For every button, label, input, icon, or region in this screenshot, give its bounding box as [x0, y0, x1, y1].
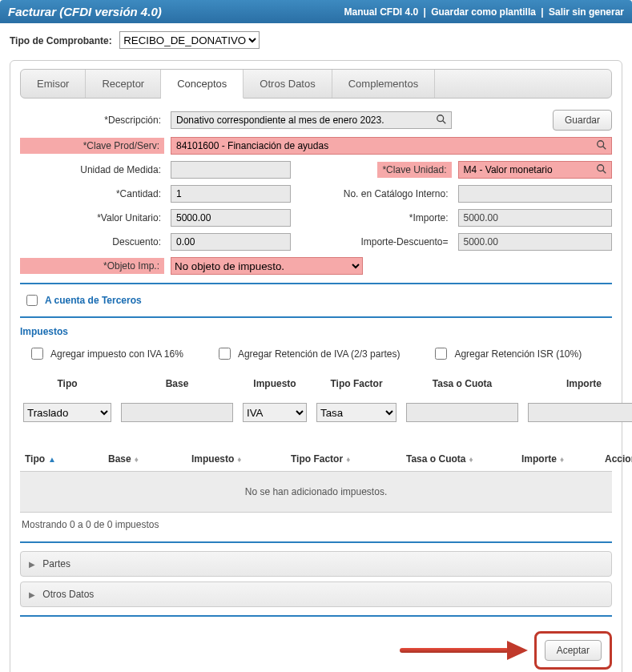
clave-prod-input[interactable]	[175, 138, 595, 154]
link-salir[interactable]: Salir sin generar	[549, 6, 624, 18]
svg-line-3	[603, 146, 606, 149]
tabs: Emisor Receptor Conceptos Otros Datos Co…	[20, 69, 612, 99]
link-guardar-plantilla[interactable]: Guardar como plantilla	[431, 6, 536, 18]
tax-impuesto-select[interactable]: IVA	[243, 403, 307, 422]
accordion-partes[interactable]: ▶ Partes	[20, 551, 612, 577]
svg-point-2	[598, 140, 604, 147]
divider	[20, 615, 612, 617]
concepto-form: *Descripción: Guardar *Clave Prod/Serv: …	[20, 110, 612, 275]
th-tasa-cuota: Tasa o Cuota	[406, 378, 518, 389]
chk-ret-iva-input[interactable]	[219, 348, 231, 360]
descuento-label: Descuento:	[20, 236, 164, 247]
unidad-medida-input[interactable]	[175, 162, 298, 178]
clave-unidad-field[interactable]	[458, 161, 613, 179]
no-catalogo-field[interactable]	[458, 185, 613, 203]
tipo-comprobante-row: Tipo de Comprobante: RECIBO_DE_DONATIVOS	[10, 31, 622, 49]
descripcion-field[interactable]	[171, 111, 452, 129]
divider	[20, 541, 612, 543]
tipo-comprobante-label: Tipo de Comprobante:	[10, 35, 112, 46]
clave-prod-field[interactable]	[171, 137, 612, 155]
clave-unidad-input[interactable]	[462, 162, 596, 178]
tax-tipo-factor-select[interactable]: Tasa	[316, 403, 397, 422]
unidad-medida-field[interactable]	[171, 161, 291, 179]
accordion-otros-datos[interactable]: ▶ Otros Datos	[20, 581, 612, 607]
cantidad-label: *Cantidad:	[20, 188, 164, 199]
cantidad-field[interactable]	[171, 185, 291, 203]
th-tipo: Tipo	[23, 378, 111, 389]
aceptar-button[interactable]: Aceptar	[545, 640, 602, 661]
chk-iva16[interactable]: Agregar impuesto con IVA 16%	[28, 345, 183, 362]
importe-input	[462, 210, 609, 226]
chk-ret-isr-input[interactable]	[435, 348, 447, 360]
valor-unitario-label: *Valor Unitario:	[20, 212, 164, 223]
cantidad-input[interactable]	[175, 186, 298, 202]
tipo-comprobante-select[interactable]: RECIBO_DE_DONATIVOS	[119, 31, 260, 49]
svg-point-4	[598, 164, 604, 171]
tax-input-row: Traslado IVA Tasa +	[23, 402, 609, 423]
svg-point-0	[437, 115, 443, 121]
unidad-medida-label: Unidad de Medida:	[20, 164, 164, 175]
search-icon[interactable]	[435, 114, 448, 127]
svg-line-1	[442, 120, 445, 123]
tab-complementos[interactable]: Complementos	[332, 70, 435, 98]
chk-ret-isr[interactable]: Agregar Retención ISR (10%)	[432, 345, 582, 362]
col-tipo-factor[interactable]: Tipo Factor ♦	[291, 453, 403, 465]
col-impuesto[interactable]: Impuesto ♦	[191, 453, 288, 465]
tax-input-headers: Tipo Base Impuesto Tipo Factor Tasa o Cu…	[23, 378, 609, 394]
aceptar-highlight: Aceptar	[534, 631, 612, 670]
sort-icon: ♦	[560, 455, 564, 464]
valor-unitario-input[interactable]	[175, 210, 298, 226]
tax-tasa-input[interactable]	[406, 403, 518, 422]
tax-tipo-select[interactable]: Traslado	[23, 403, 111, 422]
th-importe: Importe	[528, 378, 632, 389]
chk-ret-iva[interactable]: Agregar Retención de IVA (2/3 partes)	[215, 345, 401, 362]
objeto-imp-select[interactable]: No objeto de impuesto.	[171, 257, 363, 275]
importe-field	[458, 209, 613, 227]
guardar-button[interactable]: Guardar	[553, 110, 612, 131]
titlebar: Facturar (CFDI versión 4.0) Manual CFDI …	[0, 0, 632, 23]
link-manual[interactable]: Manual CFDI 4.0	[344, 6, 418, 18]
tax-base-input[interactable]	[121, 403, 233, 422]
impuestos-quick-checks: Agregar impuesto con IVA 16% Agregar Ret…	[28, 345, 609, 362]
col-tipo[interactable]: Tipo ▲	[25, 453, 105, 465]
no-catalogo-input[interactable]	[462, 186, 609, 202]
footer-actions: Aceptar	[20, 631, 612, 670]
descuento-field[interactable]	[171, 233, 291, 251]
sort-icon: ♦	[135, 455, 139, 464]
valor-unitario-field[interactable]	[171, 209, 291, 227]
descripcion-input[interactable]	[175, 112, 435, 128]
terceros-label: A cuenta de Terceros	[45, 295, 142, 306]
tab-receptor[interactable]: Receptor	[86, 70, 161, 98]
importe-descuento-input	[462, 234, 609, 250]
col-importe[interactable]: Importe ♦	[521, 453, 602, 465]
clave-prod-label: *Clave Prod/Serv:	[20, 138, 164, 154]
a-cuenta-terceros[interactable]: A cuenta de Terceros	[23, 292, 612, 308]
tax-importe-input[interactable]	[528, 403, 632, 422]
tax-table-showing: Mostrando 0 a 0 de 0 impuestos	[22, 519, 612, 530]
terceros-checkbox[interactable]	[26, 295, 38, 306]
tab-otros-datos[interactable]: Otros Datos	[244, 70, 332, 98]
sort-icon: ♦	[237, 455, 241, 464]
objeto-imp-label: *Objeto Imp.:	[20, 258, 164, 274]
chk-iva16-input[interactable]	[31, 348, 43, 360]
svg-line-5	[603, 170, 606, 173]
col-acciones[interactable]: Acciones ♦	[605, 453, 632, 465]
tax-table-header: Tipo ▲ Base ♦ Impuesto ♦ Tipo Factor ♦ T…	[20, 447, 612, 472]
col-base[interactable]: Base ♦	[108, 453, 188, 465]
window-title: Facturar (CFDI versión 4.0)	[8, 5, 162, 18]
col-tasa-cuota[interactable]: Tasa o Cuota ♦	[406, 453, 518, 465]
sort-icon: ♦	[469, 455, 473, 464]
tab-conceptos[interactable]: Conceptos	[161, 70, 244, 99]
th-base: Base	[121, 378, 233, 389]
descuento-input[interactable]	[175, 234, 298, 250]
sort-asc-icon: ▲	[48, 455, 56, 464]
search-icon[interactable]	[595, 163, 608, 177]
divider	[20, 283, 612, 284]
main-panel: Emisor Receptor Conceptos Otros Datos Co…	[10, 60, 622, 672]
titlebar-links: Manual CFDI 4.0 | Guardar como plantilla…	[344, 6, 624, 18]
impuestos-title: Impuestos	[20, 326, 612, 337]
clave-unidad-label: *Clave Unidad:	[377, 162, 451, 178]
importe-label: *Importe:	[332, 212, 452, 223]
tab-emisor[interactable]: Emisor	[21, 70, 86, 98]
search-icon[interactable]	[595, 139, 608, 153]
